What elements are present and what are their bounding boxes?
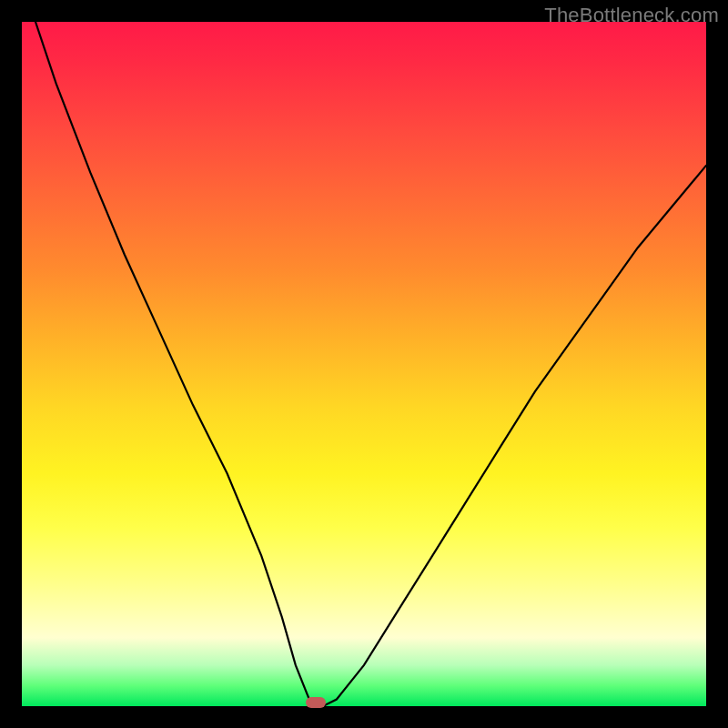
plot-area (22, 22, 706, 706)
bottleneck-curve (35, 22, 706, 706)
watermark-text: TheBottleneck.com (544, 4, 719, 27)
optimal-marker (306, 697, 326, 708)
chart-frame: TheBottleneck.com (0, 0, 728, 728)
curve-svg (22, 22, 706, 706)
